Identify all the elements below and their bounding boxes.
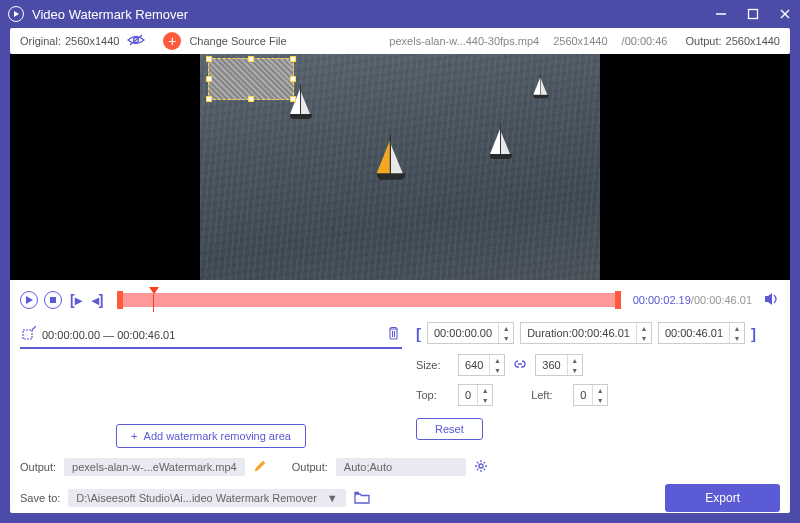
spin-up[interactable]: ▲ <box>499 323 513 333</box>
height-field[interactable]: 360▲▼ <box>535 354 582 376</box>
spin-down[interactable]: ▼ <box>568 365 582 375</box>
timeline[interactable] <box>117 293 620 307</box>
lower-panel: [▸ ◂] 00:00:02.19/00:00:46.01 00:00:00.0… <box>10 280 790 513</box>
spin-down[interactable]: ▼ <box>490 365 504 375</box>
change-source-label[interactable]: Change Source File <box>189 35 286 47</box>
spin-down[interactable]: ▼ <box>499 333 513 343</box>
svg-rect-10 <box>23 330 32 339</box>
output-format-label: Output: <box>292 461 328 473</box>
top-field[interactable]: 0▲▼ <box>458 384 493 406</box>
left-field[interactable]: 0▲▼ <box>573 384 608 406</box>
spin-up[interactable]: ▲ <box>490 355 504 365</box>
original-resolution: 2560x1440 <box>65 35 119 47</box>
svg-marker-9 <box>765 293 772 305</box>
svg-rect-2 <box>749 10 758 19</box>
add-area-button[interactable]: + Add watermark removing area <box>116 424 306 448</box>
end-time-field[interactable]: 00:00:46.01▲▼ <box>658 322 745 344</box>
stop-button[interactable] <box>44 291 62 309</box>
svg-marker-0 <box>14 11 19 17</box>
spin-up[interactable]: ▲ <box>568 355 582 365</box>
add-area-label: Add watermark removing area <box>144 430 291 442</box>
link-aspect-icon[interactable] <box>513 358 527 372</box>
bracket-out-icon[interactable]: ] <box>751 325 756 342</box>
watermark-selection-box[interactable] <box>208 58 294 100</box>
spin-down[interactable]: ▼ <box>637 333 651 343</box>
video-canvas[interactable] <box>200 54 600 280</box>
close-button[interactable] <box>778 7 792 21</box>
size-label: Size: <box>416 359 450 371</box>
segment-range: 00:00:00.00 — 00:00:46.01 <box>42 329 387 341</box>
top-label: Top: <box>416 389 450 401</box>
width-field[interactable]: 640▲▼ <box>458 354 505 376</box>
preview-toggle-icon[interactable] <box>127 33 145 49</box>
app-title: Video Watermark Remover <box>32 7 714 22</box>
save-to-label: Save to: <box>20 492 60 504</box>
reset-button[interactable]: Reset <box>416 418 483 440</box>
add-source-button[interactable]: + <box>163 32 181 50</box>
current-time: 00:00:02.19 <box>633 294 691 306</box>
source-duration: /00:00:46 <box>622 35 668 47</box>
video-preview <box>10 54 790 280</box>
spin-down[interactable]: ▼ <box>593 395 607 405</box>
source-filename: pexels-alan-w...440-30fps.mp4 <box>389 35 539 47</box>
svg-line-11 <box>32 326 36 330</box>
open-folder-icon[interactable] <box>354 491 370 506</box>
start-time-field[interactable]: 00:00:00.00▲▼ <box>427 322 514 344</box>
segment-row[interactable]: 00:00:00.00 — 00:00:46.01 <box>20 322 402 349</box>
volume-icon[interactable] <box>764 292 780 309</box>
playhead[interactable] <box>149 287 159 312</box>
set-in-button[interactable]: [▸ <box>68 292 84 308</box>
svg-point-12 <box>479 464 483 468</box>
app-logo-icon <box>8 6 24 22</box>
chevron-down-icon: ▼ <box>327 492 338 504</box>
selection-icon <box>22 326 36 343</box>
info-bar: Original: 2560x1440 + Change Source File… <box>10 28 790 54</box>
source-resolution: 2560x1440 <box>553 35 607 47</box>
output-format: Auto;Auto <box>336 458 466 476</box>
duration-field[interactable]: Duration:00:00:46.01▲▼ <box>520 322 652 344</box>
output-label: Output: <box>685 35 721 47</box>
titlebar: Video Watermark Remover <box>0 0 800 28</box>
timecode: 00:00:02.19/00:00:46.01 <box>633 294 752 306</box>
output-resolution: 2560x1440 <box>726 35 780 47</box>
spin-down[interactable]: ▼ <box>730 333 744 343</box>
svg-rect-8 <box>50 297 56 303</box>
left-label: Left: <box>531 389 565 401</box>
edit-filename-icon[interactable] <box>253 460 266 475</box>
spin-up[interactable]: ▲ <box>593 385 607 395</box>
save-path-dropdown[interactable]: D:\Aiseesoft Studio\Ai...ideo Watermark … <box>68 489 345 507</box>
minimize-button[interactable] <box>714 7 728 21</box>
position-row: Top: 0▲▼ Left: 0▲▼ <box>416 384 780 406</box>
delete-segment-icon[interactable] <box>387 326 400 343</box>
size-row: Size: 640▲▼ 360▲▼ <box>416 354 780 376</box>
output-file-label: Output: <box>20 461 56 473</box>
output-filename: pexels-alan-w-...eWatermark.mp4 <box>64 458 245 476</box>
spin-down[interactable]: ▼ <box>478 395 492 405</box>
segments-panel: 00:00:00.00 — 00:00:46.01 + Add watermar… <box>20 322 402 452</box>
plus-icon: + <box>131 430 137 442</box>
export-button[interactable]: Export <box>665 484 780 512</box>
window-controls <box>714 7 792 21</box>
total-time: /00:00:46.01 <box>691 294 752 306</box>
svg-marker-7 <box>26 296 33 304</box>
timeline-in-handle[interactable] <box>117 291 123 309</box>
bracket-in-icon[interactable]: [ <box>416 325 421 342</box>
output-row: Output: pexels-alan-w-...eWatermark.mp4 … <box>20 458 780 476</box>
playback-row: [▸ ◂] 00:00:02.19/00:00:46.01 <box>20 288 780 312</box>
bottom-row: Save to: D:\Aiseesoft Studio\Ai...ideo W… <box>20 484 780 512</box>
set-out-button[interactable]: ◂] <box>90 292 106 308</box>
settings-icon[interactable] <box>474 459 488 475</box>
trim-row: [ 00:00:00.00▲▼ Duration:00:00:46.01▲▼ 0… <box>416 322 780 344</box>
timeline-out-handle[interactable] <box>615 291 621 309</box>
play-button[interactable] <box>20 291 38 309</box>
spin-up[interactable]: ▲ <box>730 323 744 333</box>
spin-up[interactable]: ▲ <box>637 323 651 333</box>
properties-panel: [ 00:00:00.00▲▼ Duration:00:00:46.01▲▼ 0… <box>416 322 780 452</box>
maximize-button[interactable] <box>746 7 760 21</box>
save-path: D:\Aiseesoft Studio\Ai...ideo Watermark … <box>76 492 316 504</box>
original-label: Original: <box>20 35 61 47</box>
spin-up[interactable]: ▲ <box>478 385 492 395</box>
